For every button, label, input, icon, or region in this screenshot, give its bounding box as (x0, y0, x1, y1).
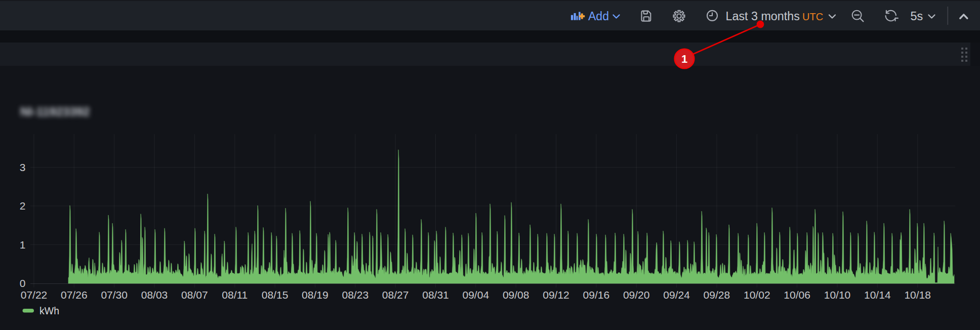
svg-text:kWh: kWh (39, 305, 59, 316)
svg-text:08/07: 08/07 (181, 289, 208, 301)
svg-text:Add: Add (588, 10, 609, 23)
svg-text:10/14: 10/14 (864, 289, 891, 301)
svg-text:5s: 5s (911, 10, 923, 23)
svg-text:08/27: 08/27 (382, 289, 409, 301)
svg-text:07/22: 07/22 (21, 289, 48, 301)
svg-text:08/23: 08/23 (342, 289, 369, 301)
svg-text:09/28: 09/28 (704, 289, 730, 301)
svg-text:10/06: 10/06 (784, 289, 810, 301)
svg-text:UTC: UTC (802, 11, 823, 22)
svg-text:10/10: 10/10 (824, 289, 851, 301)
svg-text:09/12: 09/12 (543, 289, 569, 301)
svg-text:08/03: 08/03 (141, 289, 168, 301)
svg-text:1: 1 (20, 239, 26, 251)
svg-text:0: 0 (20, 277, 26, 289)
svg-text:2: 2 (20, 200, 26, 212)
svg-text:09/16: 09/16 (583, 289, 610, 301)
svg-text:09/24: 09/24 (663, 289, 690, 301)
svg-text:08/15: 08/15 (262, 289, 289, 301)
svg-text:09/04: 09/04 (463, 289, 489, 301)
svg-text:07/26: 07/26 (61, 289, 88, 301)
svg-text:Last 3 months: Last 3 months (726, 10, 800, 23)
svg-text:07/30: 07/30 (101, 289, 128, 301)
svg-text:1: 1 (681, 53, 687, 65)
svg-text:08/19: 08/19 (302, 289, 329, 301)
svg-text:10/02: 10/02 (744, 289, 770, 301)
svg-text:10/18: 10/18 (904, 289, 931, 301)
svg-text:09/20: 09/20 (623, 289, 650, 301)
svg-text:09/08: 09/08 (503, 289, 529, 301)
svg-text:3: 3 (20, 161, 26, 173)
svg-text:08/11: 08/11 (222, 289, 248, 301)
svg-text:08/31: 08/31 (422, 289, 449, 301)
